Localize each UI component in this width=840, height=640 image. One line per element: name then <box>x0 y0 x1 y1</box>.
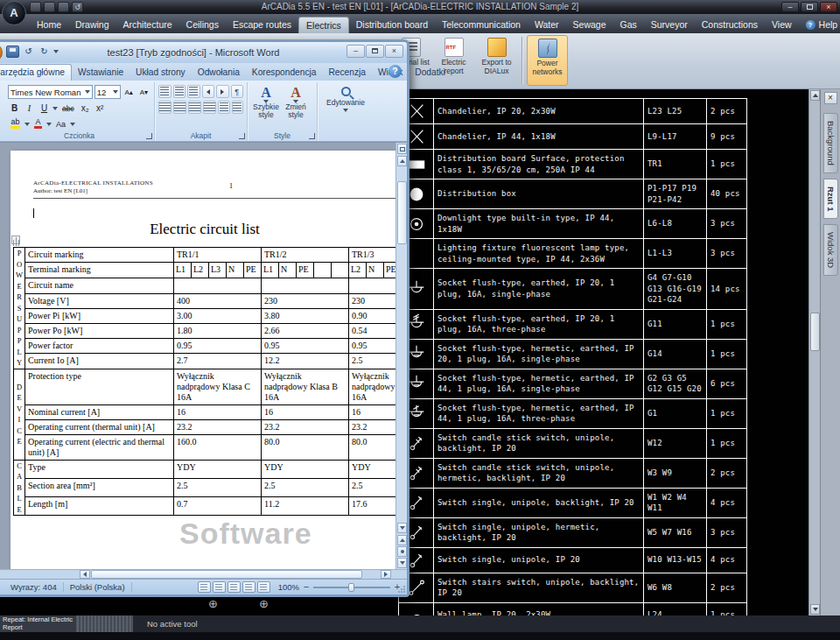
scrollbar-thumb[interactable] <box>397 181 407 244</box>
underline-dropdown-icon[interactable] <box>52 107 58 110</box>
borders-button[interactable] <box>232 101 244 114</box>
maximize-icon[interactable] <box>801 2 818 12</box>
underline-button[interactable]: U <box>38 102 51 115</box>
increase-indent-button[interactable] <box>216 85 229 98</box>
table-move-handle-icon[interactable] <box>11 236 20 244</box>
scrollbar-thumb[interactable] <box>91 570 362 579</box>
tab-drawing[interactable]: Drawing <box>68 17 116 33</box>
tab-water[interactable]: Water <box>528 17 566 33</box>
minimize-icon[interactable]: – <box>346 45 365 58</box>
font-color-dropdown-icon[interactable] <box>46 123 52 126</box>
shrink-font-button[interactable]: A▾ <box>137 86 150 99</box>
word-count-label[interactable]: Wyrazy: 404 <box>4 582 64 592</box>
view-mode-draft-button[interactable] <box>257 581 270 593</box>
strikethrough-button[interactable]: abc <box>60 102 77 115</box>
power-networks-button[interactable]: Power networks <box>527 35 568 86</box>
tab-gas[interactable]: Gas <box>613 17 644 33</box>
scroll-up-icon[interactable] <box>397 156 407 166</box>
resize-grip[interactable] <box>397 585 406 594</box>
grow-font-button[interactable]: A▴ <box>122 86 136 99</box>
change-case-dropdown-icon[interactable] <box>70 123 75 126</box>
justify-button[interactable] <box>203 101 216 114</box>
pilcrow-button[interactable]: ¶ <box>231 85 244 98</box>
bold-button[interactable]: B <box>8 102 21 115</box>
document-page[interactable]: ArCADia-ELECTRICAL INSTALLATIONS Author:… <box>10 151 399 569</box>
arcadia-logo-icon[interactable]: A <box>2 1 26 25</box>
scroll-right-icon[interactable] <box>381 570 391 579</box>
word-titlebar[interactable]: ↺ ↻ test23 [Tryb zgodności] - Microsoft … <box>0 42 407 63</box>
minimize-icon[interactable]: – <box>781 2 799 12</box>
tab-sewage[interactable]: Sewage <box>566 17 613 33</box>
tab-ceilings[interactable]: Ceilings <box>179 17 226 33</box>
view-tab-background[interactable]: Background <box>823 113 838 173</box>
tab-surveyor[interactable]: Surveyor <box>644 17 695 33</box>
word-tab-odwołania[interactable]: Odwołania <box>192 65 246 81</box>
previous-page-icon[interactable] <box>397 535 407 545</box>
tab-architecture[interactable]: Architecture <box>116 17 179 33</box>
highlight-dropdown-icon[interactable] <box>24 123 30 126</box>
next-page-icon[interactable] <box>397 558 407 568</box>
align-right-button[interactable] <box>188 101 201 114</box>
tab-distribution-board[interactable]: Distribution board <box>349 17 435 33</box>
zoom-out-icon[interactable]: − <box>302 582 311 592</box>
editing-button[interactable]: Edytowanie <box>321 87 370 112</box>
bullets-button[interactable] <box>158 85 172 98</box>
word-tab-układ-strony[interactable]: Układ strony <box>130 65 192 81</box>
zoom-level-label[interactable]: 100% <box>278 582 299 592</box>
circuit-table[interactable]: P O W E R S U P P L YCircuit markingTR1/… <box>13 247 399 516</box>
align-left-button[interactable] <box>158 101 172 114</box>
word-vertical-scrollbar[interactable] <box>396 143 407 569</box>
print-icon[interactable] <box>58 2 69 12</box>
tab-escape-routes[interactable]: Escape routes <box>226 17 298 33</box>
panel-close-icon[interactable]: × <box>824 92 837 104</box>
word-document-area[interactable]: ArCADia-ELECTRICAL INSTALLATIONS Author:… <box>0 142 407 569</box>
tab-view[interactable]: View <box>765 17 799 33</box>
maximize-icon[interactable] <box>366 45 384 58</box>
multilevel-list-button[interactable] <box>187 85 200 98</box>
font-name-select[interactable]: Times New Roman <box>8 85 93 99</box>
highlight-color-button[interactable]: ab <box>8 117 23 130</box>
help-icon[interactable]: ? <box>388 65 402 78</box>
view-mode-web-layout-button[interactable] <box>228 581 241 593</box>
close-icon[interactable]: × <box>820 2 837 12</box>
decrease-indent-button[interactable] <box>202 85 215 98</box>
view-mode-print-layout-button[interactable] <box>198 581 211 593</box>
word-tab-dodatki[interactable]: Dodatki <box>409 65 452 81</box>
tab-electrics[interactable]: Electrics <box>298 17 349 33</box>
tab-help[interactable]: ?Help <box>799 17 840 33</box>
scroll-up-icon[interactable] <box>810 90 820 101</box>
styles-dialog-launcher-icon[interactable] <box>309 133 315 139</box>
font-dialog-launcher-icon[interactable] <box>146 133 152 139</box>
zoom-slider-thumb[interactable] <box>348 583 354 592</box>
scroll-left-icon[interactable] <box>80 570 90 579</box>
word-tab-korespondencja[interactable]: Korespondencja <box>246 65 323 81</box>
superscript-button[interactable]: x² <box>94 102 107 115</box>
scrollbar-thumb[interactable] <box>810 313 820 351</box>
line-spacing-button[interactable] <box>218 101 230 114</box>
language-label[interactable]: Polski (Polska) <box>64 582 132 592</box>
close-icon[interactable]: × <box>385 45 403 58</box>
save-icon[interactable] <box>30 2 41 12</box>
font-color-button[interactable]: A <box>32 117 45 130</box>
subscript-button[interactable]: x₂ <box>79 102 92 115</box>
quick-styles-button[interactable]: A Szybkie style <box>251 84 281 119</box>
ruler-toggle-icon[interactable] <box>397 144 407 154</box>
word-tab-narzędzia-główne[interactable]: Narzędzia główne <box>0 64 72 81</box>
view-tab-rzut-1[interactable]: Rzut 1 <box>823 179 838 220</box>
numbering-button[interactable] <box>173 85 186 98</box>
word-tab-wstawianie[interactable]: Wstawianie <box>72 65 130 81</box>
scroll-down-icon[interactable] <box>810 604 820 615</box>
font-size-select[interactable]: 12 <box>94 85 121 99</box>
change-case-button[interactable]: Aa <box>53 117 68 130</box>
select-browse-object-icon[interactable] <box>397 546 407 557</box>
word-tab-recenzja[interactable]: Recenzja <box>322 65 371 81</box>
export-to-dialux-button[interactable]: Export to DIALux <box>476 35 517 86</box>
italic-button[interactable]: I <box>23 102 36 115</box>
tab-home[interactable]: Home <box>30 17 68 33</box>
open-icon[interactable] <box>44 2 55 12</box>
paragraph-dialog-launcher-icon[interactable] <box>239 133 245 139</box>
tab-telecommunication[interactable]: Telecommunication <box>435 17 528 33</box>
align-center-button[interactable] <box>173 101 186 114</box>
view-tab-widok-3d[interactable]: Widok 3D <box>823 224 838 276</box>
scroll-down-icon[interactable] <box>397 523 407 533</box>
